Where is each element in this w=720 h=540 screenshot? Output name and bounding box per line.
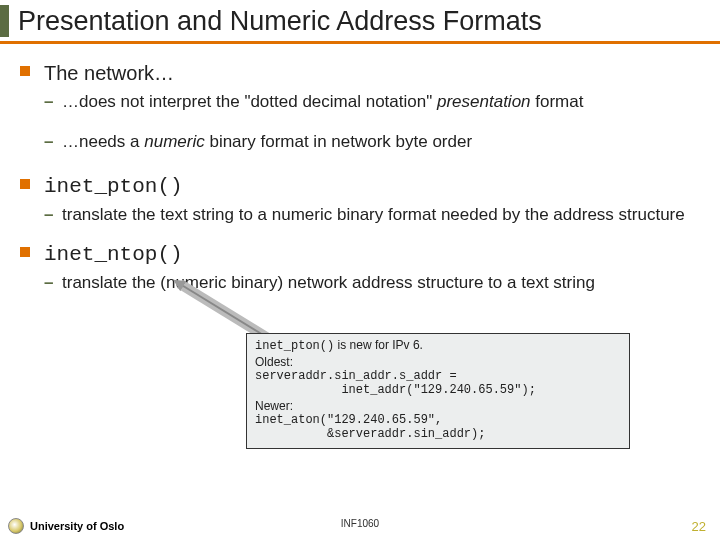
dash-icon: – [44,91,53,113]
callout-code: inet_pton() [255,339,334,353]
bullet-head: The network… [42,62,686,85]
bullet-head-text: The network… [44,62,174,84]
callout-box: inet_pton() is new for IPv 6. Oldest: se… [246,333,630,449]
sub-item: – translate the (numeric binary) network… [58,272,686,294]
page-title: Presentation and Numeric Address Formats [18,6,720,37]
footer-course: INF1060 [341,518,379,529]
callout-newer-label: Newer: [255,399,621,413]
footer-page: 22 [692,519,706,534]
sub-item: – …does not interpret the "dotted decima… [58,91,686,113]
callout-text: is new for IPv 6. [334,338,423,352]
sub-item: – translate the text string to a numeric… [58,204,686,226]
bullet-head: inet_pton() [42,175,686,198]
footer: University of Oslo INF1060 22 [0,518,720,534]
footer-org: University of Oslo [30,520,124,532]
square-bullet-icon [20,66,30,76]
bullet-head-text: inet_ntop() [44,243,183,266]
bullet-inet-pton: inet_pton() – translate the text string … [42,175,686,226]
title-accent [0,5,9,37]
bullet-network: The network… – …does not interpret the "… [42,62,686,153]
dash-icon: – [44,204,53,226]
square-bullet-icon [20,247,30,257]
callout-oldest-code: serveraddr.sin_addr.s_addr = inet_addr("… [255,369,621,398]
sub-text: …does not interpret the "dotted decimal … [62,92,583,111]
sub-text: …needs a numeric binary format in networ… [62,132,472,151]
title-bar: Presentation and Numeric Address Formats [0,0,720,44]
sub-text: translate the (numeric binary) network a… [62,273,595,292]
sub-item: – …needs a numeric binary format in netw… [58,131,686,153]
square-bullet-icon [20,179,30,189]
dash-icon: – [44,131,53,153]
footer-left: University of Oslo [8,518,124,534]
sub-text: translate the text string to a numeric b… [62,205,685,224]
bullet-head-text: inet_pton() [44,175,183,198]
dash-icon: – [44,272,53,294]
uio-logo-icon [8,518,24,534]
callout-oldest-label: Oldest: [255,355,621,369]
callout-line1: inet_pton() is new for IPv 6. [255,338,621,353]
bullet-head: inet_ntop() [42,243,686,266]
bullet-inet-ntop: inet_ntop() – translate the (numeric bin… [42,243,686,294]
callout-newer-code: inet_aton("129.240.65.59", &serveraddr.s… [255,413,621,442]
content: The network… – …does not interpret the "… [0,44,720,294]
